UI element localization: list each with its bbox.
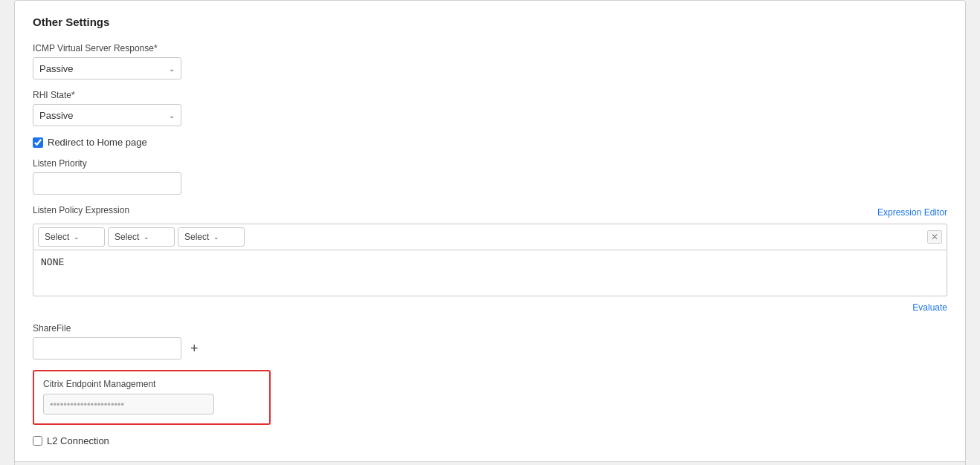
panel-title: Other Settings bbox=[33, 16, 947, 28]
policy-select-1-value: Select bbox=[45, 232, 69, 242]
redirect-row: Redirect to Home page bbox=[33, 137, 947, 148]
policy-select-3[interactable]: Select ⌄ bbox=[178, 227, 245, 247]
footer-bar: OK bbox=[15, 461, 965, 465]
cem-section: Citrix Endpoint Management bbox=[33, 370, 271, 425]
rhi-label: RHI State* bbox=[33, 90, 947, 100]
rhi-group: RHI State* Passive ⌄ bbox=[33, 90, 947, 126]
listen-priority-group: Listen Priority bbox=[33, 158, 947, 195]
policy-selects-row: Select ⌄ Select ⌄ Select ⌄ ✕ bbox=[33, 224, 947, 250]
sharefile-row: + bbox=[33, 337, 947, 360]
l2-checkbox[interactable] bbox=[33, 436, 42, 446]
policy-select-3-value: Select bbox=[184, 232, 209, 242]
redirect-checkbox[interactable] bbox=[33, 137, 43, 148]
other-settings-panel: Other Settings ICMP Virtual Server Respo… bbox=[14, 0, 966, 465]
listen-priority-input[interactable] bbox=[33, 172, 181, 195]
icmp-select[interactable]: Passive ⌄ bbox=[33, 57, 181, 79]
policy-select-2-chevron-icon: ⌄ bbox=[144, 233, 149, 241]
sharefile-label: ShareFile bbox=[33, 323, 947, 334]
policy-select-2-value: Select bbox=[115, 232, 139, 242]
cem-label: Citrix Endpoint Management bbox=[43, 379, 260, 389]
evaluate-link-row: Evaluate bbox=[33, 302, 947, 313]
policy-select-3-chevron-icon: ⌄ bbox=[213, 233, 219, 241]
icmp-label: ICMP Virtual Server Response* bbox=[33, 43, 947, 53]
l2-row: L2 Connection bbox=[33, 435, 947, 446]
cem-input-wrapper bbox=[43, 394, 260, 414]
evaluate-link[interactable]: Evaluate bbox=[912, 302, 947, 313]
icmp-group: ICMP Virtual Server Response* Passive ⌄ bbox=[33, 43, 947, 79]
sharefile-group: ShareFile + bbox=[33, 323, 947, 360]
rhi-select-value: Passive bbox=[39, 110, 74, 121]
policy-textarea[interactable]: NONE bbox=[33, 250, 947, 296]
icmp-chevron-icon: ⌄ bbox=[169, 65, 175, 73]
policy-select-2[interactable]: Select ⌄ bbox=[108, 227, 175, 247]
cem-input[interactable] bbox=[43, 394, 214, 414]
policy-select-1-chevron-icon: ⌄ bbox=[74, 233, 80, 241]
listen-priority-label: Listen Priority bbox=[33, 158, 947, 169]
sharefile-add-button[interactable]: + bbox=[187, 342, 202, 355]
rhi-select[interactable]: Passive ⌄ bbox=[33, 104, 181, 126]
icmp-select-value: Passive bbox=[39, 63, 74, 74]
clear-button[interactable]: ✕ bbox=[927, 230, 942, 244]
listen-policy-group: Listen Policy Expression Expression Edit… bbox=[33, 205, 947, 313]
redirect-label: Redirect to Home page bbox=[48, 137, 147, 148]
l2-label: L2 Connection bbox=[47, 435, 109, 446]
sharefile-input[interactable] bbox=[33, 337, 181, 360]
listen-policy-header: Listen Policy Expression Expression Edit… bbox=[33, 205, 947, 219]
expression-editor-link[interactable]: Expression Editor bbox=[877, 207, 947, 218]
rhi-chevron-icon: ⌄ bbox=[169, 111, 175, 120]
policy-select-1[interactable]: Select ⌄ bbox=[38, 227, 105, 247]
listen-policy-label: Listen Policy Expression bbox=[33, 205, 129, 215]
